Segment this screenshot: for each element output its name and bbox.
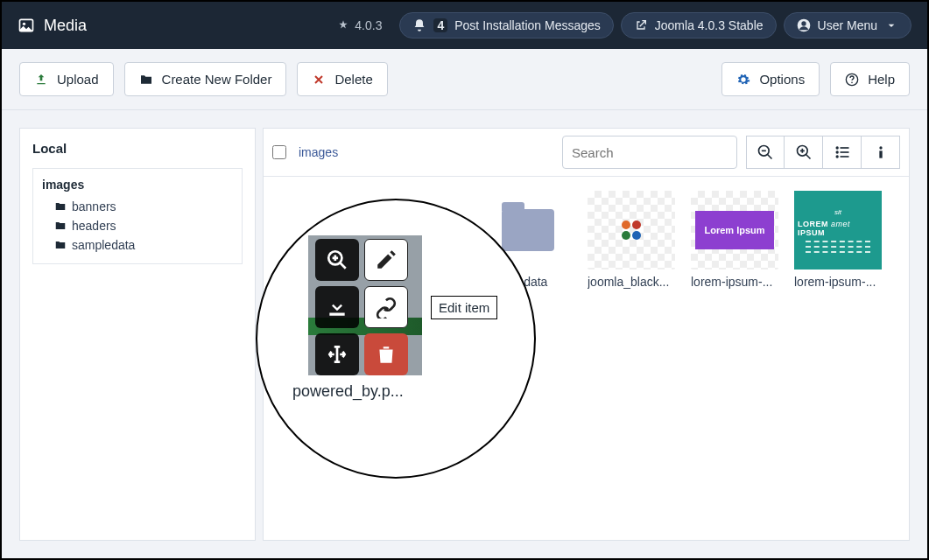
joomla-version: 4.0.3: [337, 18, 382, 32]
list-view-button[interactable]: [823, 136, 862, 169]
svg-point-1: [23, 23, 25, 25]
top-bar: Media 4.0.3 4 Post Installation Messages…: [2, 2, 927, 49]
grid-item-label: lorem-ipsum-...: [794, 275, 882, 289]
user-icon: [797, 18, 811, 32]
notifications-count: 4: [433, 18, 447, 32]
folder-icon: [54, 200, 67, 213]
delete-icon: [312, 73, 326, 87]
upload-icon: [34, 73, 48, 87]
svg-rect-15: [879, 150, 882, 158]
chevron-down-icon: [884, 18, 898, 32]
thumbnail-joomla: [588, 191, 675, 270]
svg-point-9: [835, 150, 838, 153]
delete-button[interactable]: Delete: [297, 62, 387, 96]
info-button[interactable]: [862, 136, 900, 169]
post-install-label: Post Installation Messages: [454, 18, 601, 32]
tree-item-sampledata[interactable]: sampledata: [42, 235, 233, 255]
page-title-text: Media: [44, 17, 87, 35]
grid-item-image[interactable]: joomla_black...: [588, 191, 675, 289]
zoom-out-button[interactable]: [746, 136, 785, 169]
svg-point-3: [801, 21, 806, 25]
link-action[interactable]: [364, 286, 408, 328]
image-icon: [18, 17, 35, 34]
grid-item-image[interactable]: sit LOREM amet IPSUM lorem-ipsum-...: [794, 191, 882, 289]
user-menu-pill[interactable]: User Menu: [784, 12, 911, 38]
zoom-in-button[interactable]: [785, 136, 823, 169]
download-icon: [326, 296, 348, 318]
svg-point-10: [835, 155, 838, 158]
create-folder-button[interactable]: Create New Folder: [124, 62, 287, 96]
breadcrumb[interactable]: images: [299, 145, 338, 159]
upload-button[interactable]: Upload: [19, 62, 114, 96]
preview-action[interactable]: [315, 239, 359, 281]
callout-filename: powered_by.p...: [292, 382, 404, 401]
download-action[interactable]: [315, 286, 359, 328]
options-button[interactable]: Options: [721, 62, 820, 96]
svg-point-8: [835, 146, 838, 149]
svg-rect-11: [840, 147, 848, 149]
gear-icon: [736, 73, 750, 87]
sidebar: Local images banners headers sampledata: [19, 128, 256, 541]
external-link-icon: [634, 18, 648, 32]
content-header: images: [264, 129, 909, 177]
tree-item-banners[interactable]: banners: [42, 197, 233, 216]
notifications-pill[interactable]: 4 Post Installation Messages: [399, 12, 613, 38]
sidebar-heading: Local: [32, 141, 243, 156]
zoom-in-icon: [795, 144, 813, 161]
item-action-grid: [315, 239, 408, 375]
help-button[interactable]: Help: [830, 62, 910, 96]
folder-icon: [139, 73, 153, 87]
rename-action[interactable]: [315, 333, 359, 375]
sidebar-tree: images banners headers sampledata: [32, 168, 243, 264]
help-icon: [845, 73, 859, 87]
grid-item-label: lorem-ipsum-...: [691, 275, 778, 289]
joomla-icon: [337, 19, 349, 32]
magnifier-callout: powered_by.p...: [256, 199, 536, 479]
thumbnail-teal: sit LOREM amet IPSUM: [794, 191, 882, 270]
link-icon: [375, 296, 398, 318]
edit-tooltip: Edit item: [431, 296, 497, 319]
svg-point-14: [879, 146, 882, 149]
rename-icon: [326, 343, 348, 366]
svg-point-5: [851, 81, 853, 83]
svg-rect-12: [840, 151, 848, 153]
list-icon: [834, 144, 851, 161]
grid-item-label: joomla_black...: [588, 275, 675, 289]
page-title: Media: [18, 17, 87, 35]
toolbar: Upload Create New Folder Delete Options …: [2, 49, 927, 110]
selected-thumbnail: [308, 235, 422, 375]
search-input[interactable]: [562, 136, 737, 169]
folder-icon: [54, 220, 67, 232]
svg-rect-13: [840, 156, 848, 158]
edit-action[interactable]: [364, 239, 408, 281]
info-icon: [872, 144, 890, 161]
folder-icon: [502, 209, 554, 251]
delete-action[interactable]: [364, 333, 408, 375]
select-all-checkbox[interactable]: [272, 145, 286, 159]
tree-root[interactable]: images: [42, 178, 233, 192]
trash-icon: [375, 343, 398, 366]
folder-icon: [54, 239, 67, 251]
grid-item-image[interactable]: Lorem Ipsum lorem-ipsum-...: [691, 191, 778, 289]
joomla-stable-pill[interactable]: Joomla 4.0.3 Stable: [621, 12, 777, 38]
thumbnail-purple: Lorem Ipsum: [691, 191, 778, 270]
zoom-in-icon: [326, 248, 348, 271]
bell-icon: [412, 18, 426, 32]
zoom-out-icon: [757, 144, 774, 161]
pencil-icon: [375, 248, 398, 271]
tree-item-headers[interactable]: headers: [42, 216, 233, 235]
